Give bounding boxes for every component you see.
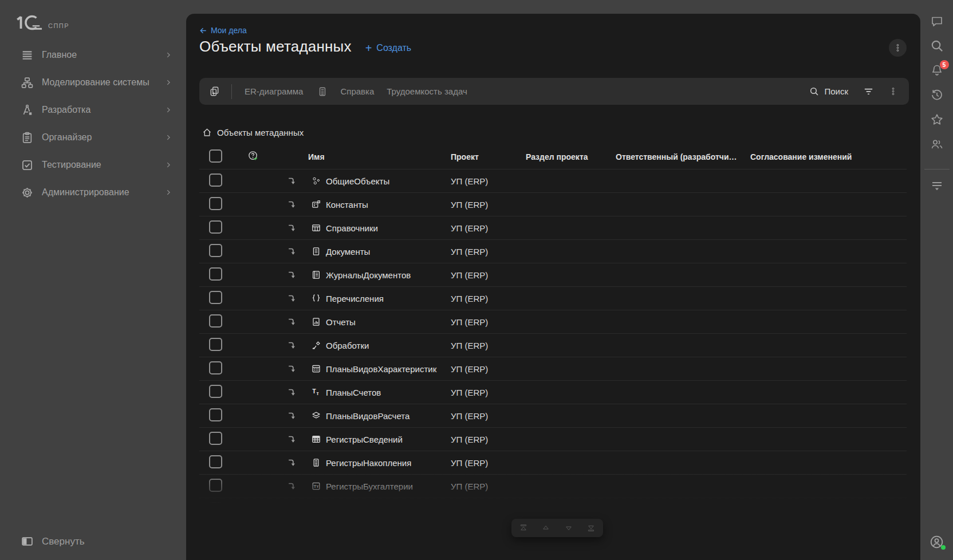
row-checkbox[interactable] xyxy=(209,385,222,398)
column-header-responsible[interactable]: Ответственный (разработчи… xyxy=(609,152,743,161)
object-name[interactable]: ПланыВидовРасчета xyxy=(326,411,409,421)
row-checkbox[interactable] xyxy=(209,197,222,210)
row-checkbox[interactable] xyxy=(209,361,222,374)
row-checkbox[interactable] xyxy=(209,244,222,257)
row-checkbox[interactable] xyxy=(209,267,222,281)
row-checkbox[interactable] xyxy=(209,432,222,445)
scroll-up-button[interactable] xyxy=(541,523,550,533)
sidebar-item-main[interactable]: Главное xyxy=(0,41,186,69)
level-down-icon[interactable] xyxy=(287,387,297,397)
level-down-icon[interactable] xyxy=(287,434,297,444)
object-name[interactable]: ЖурналыДокументов xyxy=(326,270,411,280)
sort-settings-button[interactable] xyxy=(930,179,944,192)
row-checkbox[interactable] xyxy=(209,455,222,468)
row-checkbox[interactable] xyxy=(209,408,222,421)
toolbar-menu-button[interactable] xyxy=(889,87,897,96)
object-name[interactable]: РегистрыНакопления xyxy=(326,458,411,468)
scroll-down-button[interactable] xyxy=(564,523,573,533)
row-checkbox[interactable] xyxy=(209,220,222,234)
row-checkbox[interactable] xyxy=(209,173,222,187)
page-menu-button[interactable] xyxy=(889,39,907,57)
filter-button[interactable] xyxy=(863,86,874,97)
table-row[interactable]: ПеречисленияУП (ERP) xyxy=(199,287,907,310)
create-button[interactable]: + Создать xyxy=(365,43,412,53)
column-header-change-approval[interactable]: Согласование изменений xyxy=(743,152,907,161)
user-avatar-button[interactable] xyxy=(929,534,944,550)
level-down-icon[interactable] xyxy=(287,199,297,210)
object-name[interactable]: Справочники xyxy=(326,223,378,233)
level-down-icon[interactable] xyxy=(287,270,297,280)
messages-button[interactable] xyxy=(930,14,944,28)
level-down-icon[interactable] xyxy=(287,176,297,186)
level-down-icon[interactable] xyxy=(287,340,297,350)
table-row[interactable]: ПланыВидовРасчетаУП (ERP) xyxy=(199,404,907,428)
users-button[interactable] xyxy=(930,137,944,151)
table-row[interactable]: TтПланыСчетовУП (ERP) xyxy=(199,381,907,404)
scroll-to-top-button[interactable] xyxy=(519,523,528,533)
accumulation-registers-icon xyxy=(312,458,321,467)
sidebar-item-modeling[interactable]: Моделирование системы xyxy=(0,69,186,96)
table-row[interactable]: ПланыВидовХарактеристикУП (ERP) xyxy=(199,357,907,381)
favorites-button[interactable] xyxy=(930,113,944,127)
search-button[interactable]: Поиск xyxy=(809,86,848,96)
object-name[interactable]: Отчеты xyxy=(326,317,356,327)
level-down-icon[interactable] xyxy=(287,504,297,512)
object-name[interactable]: РегистрыБухгалтерии xyxy=(326,482,413,491)
tab-help[interactable]: Справка xyxy=(340,86,374,96)
table-row[interactable]: РегистрыНакопленияУП (ERP) xyxy=(199,451,907,475)
sidebar-item-development[interactable]: Разработка xyxy=(0,96,186,124)
row-checkbox[interactable] xyxy=(209,338,222,351)
global-search-button[interactable] xyxy=(930,39,944,53)
level-down-icon[interactable] xyxy=(287,481,297,491)
sidebar-item-administration[interactable]: Администрирование xyxy=(0,179,186,206)
sidebar-item-organizer[interactable]: Органайзер xyxy=(0,124,186,151)
column-header-project-section[interactable]: Раздел проекта xyxy=(517,152,609,161)
row-checkbox[interactable] xyxy=(209,502,222,512)
collapse-sidebar-button[interactable]: Свернуть xyxy=(21,535,85,547)
level-down-icon[interactable] xyxy=(287,364,297,374)
table-row[interactable]: ОбщиеОбъектыУП (ERP) xyxy=(199,169,907,193)
object-name[interactable]: РегистрыРасчета xyxy=(326,505,395,513)
column-header-name[interactable]: Имя xyxy=(279,152,446,161)
select-all-checkbox[interactable] xyxy=(209,149,222,163)
level-down-icon[interactable] xyxy=(287,293,297,303)
sidebar-item-testing[interactable]: Тестирование xyxy=(0,151,186,179)
back-link[interactable]: Мои дела xyxy=(199,26,247,35)
level-down-icon[interactable] xyxy=(287,223,297,233)
scroll-to-bottom-button[interactable] xyxy=(586,523,596,533)
breadcrumb[interactable]: Объекты метаданных xyxy=(202,128,304,137)
object-name[interactable]: ПланыВидовХарактеристик xyxy=(326,364,436,374)
object-name[interactable]: Константы xyxy=(326,200,368,210)
copy-create-button[interactable] xyxy=(209,86,220,97)
column-header-project[interactable]: Проект xyxy=(446,152,517,161)
object-name[interactable]: Обработки xyxy=(326,341,369,350)
object-name[interactable]: Документы xyxy=(326,247,370,257)
notifications-button[interactable]: 5 xyxy=(930,64,944,77)
tab-er-diagram[interactable]: ER-диаграмма xyxy=(245,86,303,96)
level-down-icon[interactable] xyxy=(287,317,297,327)
list-icon[interactable] xyxy=(317,86,328,97)
object-name[interactable]: РегистрыСведений xyxy=(326,435,403,444)
table-row[interactable]: ДокументыУП (ERP) xyxy=(199,240,907,263)
tab-task-effort[interactable]: Трудоемкость задач xyxy=(387,86,467,96)
table-row[interactable]: РегистрыСведенийУП (ERP) xyxy=(199,428,907,451)
home-icon xyxy=(202,128,212,137)
table-row[interactable]: ОбработкиУП (ERP) xyxy=(199,334,907,357)
object-name[interactable]: ОбщиеОбъекты xyxy=(326,176,389,186)
level-down-icon[interactable] xyxy=(287,246,297,257)
table-row[interactable]: ОтчетыУП (ERP) xyxy=(199,310,907,334)
row-checkbox[interactable] xyxy=(209,291,222,304)
table-row[interactable]: КонстантыУП (ERP) xyxy=(199,193,907,216)
table-row[interactable]: ЖурналыДокументовУП (ERP) xyxy=(199,263,907,287)
help-check-icon[interactable] xyxy=(247,150,259,162)
table-row[interactable]: РегистрыРасчетаУП (ERP) xyxy=(199,498,907,512)
level-down-icon[interactable] xyxy=(287,458,297,468)
history-button[interactable] xyxy=(930,88,944,102)
object-name[interactable]: Перечисления xyxy=(326,294,384,303)
table-row[interactable]: СправочникиУП (ERP) xyxy=(199,216,907,240)
object-name[interactable]: ПланыСчетов xyxy=(326,388,381,397)
level-down-icon[interactable] xyxy=(287,411,297,421)
row-checkbox[interactable] xyxy=(209,314,222,328)
row-checkbox[interactable] xyxy=(209,479,222,492)
table-row[interactable]: TтРегистрыБухгалтерииУП (ERP) xyxy=(199,475,907,498)
